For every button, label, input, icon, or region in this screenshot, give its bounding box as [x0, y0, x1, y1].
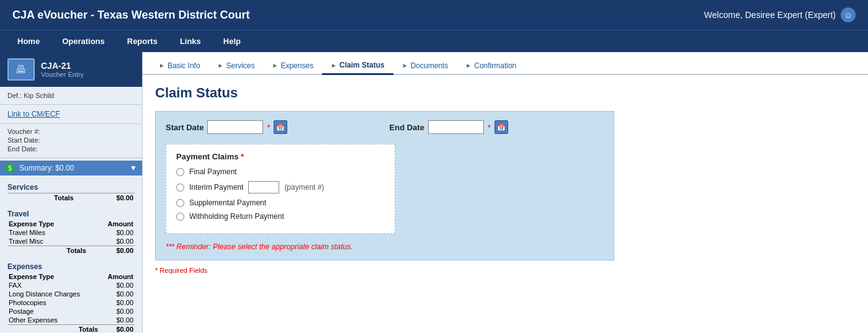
sidebar-link: Link to CM/ECF — [0, 105, 142, 124]
page-title: Claim Status — [155, 85, 856, 101]
payment-claims-box: Payment Claims * Final Payment Interim P… — [166, 144, 395, 234]
date-row: Start Date * 📅 End Date * 📅 — [166, 120, 604, 134]
table-row: Travel Miles $0.00 — [7, 228, 135, 237]
tab-arrow: ► — [159, 62, 165, 69]
services-total-row: Totals $0.00 — [7, 193, 135, 203]
photocopies-label: Photocopies — [7, 298, 99, 307]
voucher-type: CJA-21 — [41, 61, 84, 71]
main-content: 🖶 CJA-21 Voucher Entry Def.: Kip Schild … — [0, 52, 868, 333]
voucher-start-date: Start Date: — [7, 136, 135, 144]
payment-option-interim: Interim Payment (payment #) — [176, 181, 385, 193]
expenses-type-header: Expense Type — [7, 272, 99, 281]
nav-links[interactable]: Links — [175, 30, 206, 52]
travel-totals-label: Totals — [7, 246, 87, 255]
start-date-input[interactable] — [207, 120, 263, 134]
table-row: Long Distance Charges $0.00 — [7, 290, 135, 298]
tab-claim-status-label: Claim Status — [339, 61, 385, 69]
table-row: Postage $0.00 — [7, 307, 135, 316]
tab-claim-status[interactable]: ► Claim Status — [322, 57, 393, 75]
tab-basic-info[interactable]: ► Basic Info — [150, 57, 209, 75]
travel-total-row: Totals $0.00 — [7, 246, 135, 255]
sidebar-expenses-section: Expenses Expense Type Amount FAX $0.00 L… — [0, 257, 142, 333]
expenses-totals-value: $0.00 — [99, 325, 135, 334]
tab-documents[interactable]: ► Documents — [393, 57, 457, 75]
table-row: Travel Misc $0.00 — [7, 237, 135, 246]
nav-bar: Home Operations Reports Links Help — [0, 30, 868, 52]
nav-reports[interactable]: Reports — [122, 30, 163, 52]
reminder-text: *** Reminder: Please select the appropri… — [166, 242, 604, 251]
sidebar-header: 🖶 CJA-21 Voucher Entry — [0, 52, 142, 87]
app-title: CJA eVoucher - Texas Western District Co… — [12, 9, 249, 22]
payment-number-suffix: (payment #) — [284, 183, 324, 192]
final-payment-label[interactable]: Final Payment — [189, 167, 237, 176]
summary-bar[interactable]: $ Summary: $0.00 ▼ — [0, 161, 142, 175]
services-totals-value: $0.00 — [75, 193, 135, 203]
nav-home[interactable]: Home — [12, 30, 45, 52]
nav-operations[interactable]: Operations — [57, 30, 110, 52]
voucher-num: Voucher #: — [7, 128, 135, 135]
supplemental-payment-radio[interactable] — [176, 199, 184, 207]
sidebar-travel-section: Travel Expense Type Amount Travel Miles … — [0, 205, 142, 257]
travel-expense-type-header: Expense Type — [7, 220, 87, 228]
table-row: Other Expenses $0.00 — [7, 316, 135, 325]
tab-services[interactable]: ► Services — [209, 57, 264, 75]
sidebar-defendant: Def.: Kip Schild — [0, 87, 142, 105]
user-icon: ☺ — [841, 7, 856, 22]
long-distance-value: $0.00 — [99, 290, 135, 298]
expenses-total-row: Totals $0.00 — [7, 325, 135, 334]
required-fields-label: * Required Fields — [155, 267, 207, 274]
long-distance-label: Long Distance Charges — [7, 290, 99, 298]
tab-basic-info-label: Basic Info — [168, 61, 200, 70]
tab-arrow: ► — [218, 62, 224, 69]
tab-expenses[interactable]: ► Expenses — [264, 57, 323, 75]
summary-dropdown-icon: ▼ — [130, 164, 137, 172]
sidebar: 🖶 CJA-21 Voucher Entry Def.: Kip Schild … — [0, 52, 143, 333]
travel-table: Expense Type Amount Travel Miles $0.00 T… — [7, 220, 135, 255]
travel-title: Travel — [7, 210, 135, 218]
expenses-title: Expenses — [7, 262, 135, 271]
fax-label: FAX — [7, 281, 99, 290]
start-date-label: Start Date — [166, 123, 204, 132]
final-payment-radio[interactable] — [176, 168, 184, 176]
tab-arrow: ► — [272, 62, 279, 69]
services-table: Totals $0.00 — [7, 193, 135, 202]
end-date-group: End Date * 📅 — [390, 120, 508, 134]
summary-icon: $ — [5, 163, 15, 173]
claim-status-box: Start Date * 📅 End Date * 📅 — [155, 111, 614, 260]
expenses-table: Expense Type Amount FAX $0.00 Long Dista… — [7, 272, 135, 333]
link-cm-ecf[interactable]: Link to CM/ECF — [7, 110, 60, 118]
supplemental-payment-label[interactable]: Supplemental Payment — [189, 198, 266, 207]
fax-value: $0.00 — [99, 281, 135, 290]
withholding-payment-label[interactable]: Withholding Return Payment — [189, 212, 284, 221]
payment-claims-label: Payment Claims — [176, 152, 238, 161]
nav-help[interactable]: Help — [218, 30, 246, 52]
tab-confirmation[interactable]: ► Confirmation — [457, 57, 525, 75]
payment-option-final: Final Payment — [176, 167, 385, 176]
payment-number-input[interactable] — [248, 181, 279, 193]
payment-claims-title: Payment Claims * — [176, 152, 385, 161]
end-date-label: End Date — [390, 123, 424, 132]
services-totals-label: Totals — [7, 193, 75, 203]
content-area: ► Basic Info ► Services ► Expenses ► Cla… — [143, 52, 868, 333]
other-expenses-label: Other Expenses — [7, 316, 99, 325]
top-header: CJA eVoucher - Texas Western District Co… — [0, 0, 868, 30]
tab-documents-label: Documents — [411, 61, 449, 70]
travel-amount-header: Amount — [87, 220, 135, 228]
end-date-input[interactable] — [428, 120, 484, 134]
postage-label: Postage — [7, 307, 99, 316]
travel-misc-value: $0.00 — [87, 237, 135, 246]
tab-arrow: ► — [465, 62, 472, 69]
payment-option-withholding: Withholding Return Payment — [176, 212, 385, 221]
interim-payment-radio[interactable] — [176, 184, 184, 192]
end-date-calendar-button[interactable]: 📅 — [494, 120, 508, 134]
travel-miles-value: $0.00 — [87, 228, 135, 237]
start-date-calendar-button[interactable]: 📅 — [274, 120, 287, 134]
expenses-amount-header: Amount — [99, 272, 135, 281]
tab-nav: ► Basic Info ► Services ► Expenses ► Cla… — [143, 52, 868, 75]
postage-value: $0.00 — [99, 307, 135, 316]
table-row: Photocopies $0.00 — [7, 298, 135, 307]
page-content: Claim Status Start Date * 📅 End Date * — [143, 75, 868, 284]
computer-icon: 🖶 — [7, 58, 35, 81]
withholding-payment-radio[interactable] — [176, 213, 184, 221]
interim-payment-label[interactable]: Interim Payment — [189, 183, 243, 192]
